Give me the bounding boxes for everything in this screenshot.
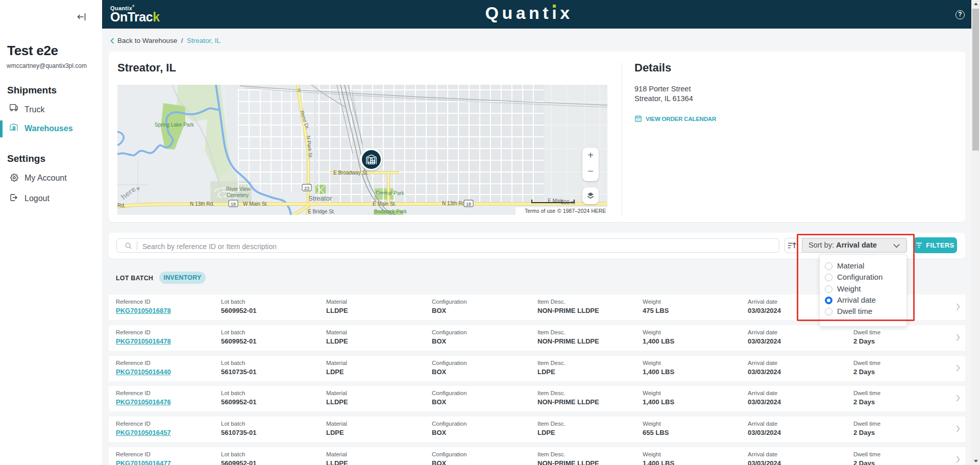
svg-text:18: 18 [231, 202, 236, 207]
svg-text:N 13th Rd.: N 13th Rd. [190, 201, 214, 207]
svg-text:Terms of use: Terms of use [525, 208, 555, 214]
svg-text:River View: River View [226, 186, 251, 192]
svg-text:E Main St.: E Main St. [373, 201, 396, 207]
svg-text:23: 23 [304, 186, 309, 191]
svg-text:Spring Lake Park: Spring Lake Park [155, 122, 194, 128]
svg-text:Bodznick Park: Bodznick Park [374, 209, 407, 214]
svg-text:Rd.: Rd. [117, 203, 126, 208]
svg-text:500 m: 500 m [561, 200, 575, 205]
svg-text:Central Park: Central Park [376, 190, 405, 196]
svg-text:W Main St.: W Main St. [243, 201, 268, 207]
svg-text:E Bridge St.: E Bridge St. [308, 209, 335, 214]
svg-text:E Broadway St.: E Broadway St. [333, 170, 369, 176]
svg-text:N 13th Rd.: N 13th Rd. [442, 201, 467, 206]
svg-text:Streator: Streator [308, 194, 332, 202]
svg-text:Cemetery: Cemetery [227, 192, 249, 198]
svg-text:18: 18 [466, 202, 471, 207]
svg-text:© 1987–2024 HERE: © 1987–2024 HERE [557, 208, 606, 214]
